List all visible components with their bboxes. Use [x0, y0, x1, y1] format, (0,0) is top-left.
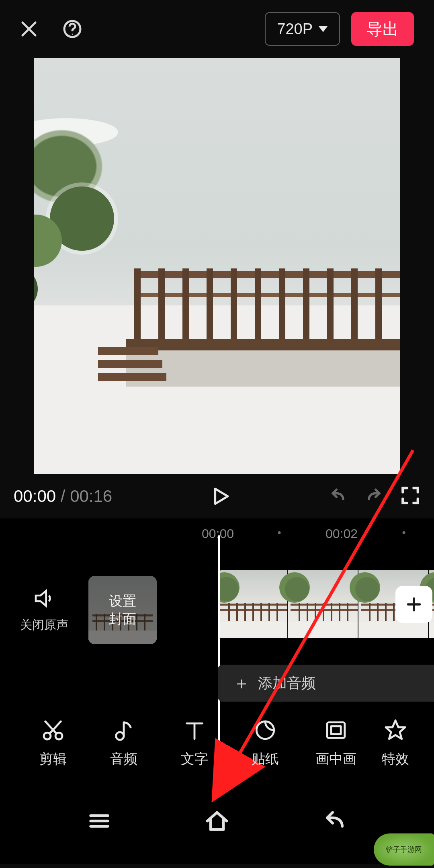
text-icon	[183, 719, 206, 742]
star-icon	[384, 719, 407, 742]
caret-down-icon	[318, 26, 328, 32]
redo-button[interactable]	[364, 487, 384, 506]
playback-time: 00:00 / 00:16	[14, 487, 112, 506]
scissors-icon	[41, 719, 65, 742]
ruler-dot	[403, 531, 405, 534]
nav-menu-button[interactable]	[86, 808, 112, 835]
home-icon	[204, 808, 230, 834]
undo-button[interactable]	[328, 487, 348, 506]
fullscreen-icon	[400, 485, 420, 506]
add-clip-button[interactable]	[395, 586, 432, 623]
timeline-ruler[interactable]: 00:00 00:02	[0, 522, 434, 546]
clip-thumbnail	[288, 570, 358, 638]
resolution-label: 720P	[277, 20, 313, 38]
sticker-icon	[254, 719, 277, 742]
mute-original-audio-button[interactable]: 关闭原声	[0, 587, 88, 633]
watermark: 铲子手游网	[374, 833, 434, 866]
svg-point-13	[116, 732, 124, 740]
speaker-icon	[33, 587, 55, 610]
play-icon	[210, 486, 230, 506]
help-icon	[63, 19, 82, 39]
svg-marker-19	[386, 721, 405, 739]
mute-label: 关闭原声	[20, 617, 68, 633]
tool-label: 剪辑	[39, 750, 67, 768]
svg-point-3	[72, 34, 73, 35]
close-icon	[19, 19, 39, 39]
undo-icon	[328, 487, 348, 504]
tool-label: 音频	[110, 750, 137, 768]
export-button[interactable]: 导出	[351, 12, 414, 46]
menu-icon	[86, 808, 112, 834]
current-time: 00:00	[14, 487, 56, 506]
svg-rect-17	[327, 723, 345, 738]
plus-icon	[405, 596, 423, 613]
cover-label-2: 封面	[109, 611, 136, 627]
cover-label-1: 设置	[109, 593, 136, 609]
add-audio-track[interactable]: ＋ 添加音频	[218, 665, 434, 702]
tool-sticker[interactable]: 贴纸	[230, 719, 301, 768]
tool-audio[interactable]: 音频	[88, 719, 159, 768]
svg-rect-18	[331, 726, 341, 734]
video-preview[interactable]	[34, 58, 400, 474]
nav-back-button[interactable]	[322, 808, 348, 835]
bottom-toolbar: 剪辑 音频 文字 贴纸 画中画 特效	[0, 703, 434, 784]
close-button[interactable]	[17, 17, 41, 41]
music-note-icon	[112, 719, 135, 742]
nav-home-button[interactable]	[204, 808, 230, 835]
export-label: 导出	[366, 18, 399, 40]
ruler-tick-1: 00:02	[326, 526, 358, 541]
help-button[interactable]	[60, 17, 84, 41]
add-audio-label: 添加音频	[258, 674, 316, 693]
tool-effect[interactable]: 特效	[371, 719, 420, 768]
tool-text[interactable]: 文字	[159, 719, 230, 768]
redo-icon	[364, 487, 384, 504]
pip-icon	[324, 719, 348, 742]
resolution-selector[interactable]: 720P	[265, 12, 340, 46]
duration: 00:16	[70, 487, 112, 506]
tool-edit[interactable]: 剪辑	[18, 719, 88, 768]
tool-label: 画中画	[315, 750, 356, 768]
play-button[interactable]	[209, 485, 231, 508]
fullscreen-button[interactable]	[400, 485, 420, 507]
back-icon	[322, 808, 348, 834]
tool-pip[interactable]: 画中画	[301, 719, 371, 768]
preview-scene-fence	[134, 271, 400, 339]
svg-marker-4	[215, 489, 227, 504]
clip-thumbnail	[218, 570, 288, 638]
system-nav-bar	[0, 792, 434, 868]
tool-label: 文字	[181, 750, 208, 768]
tool-label: 贴纸	[252, 750, 279, 768]
plus-icon: ＋	[233, 675, 250, 692]
ruler-dot	[278, 531, 281, 534]
tool-label: 特效	[382, 750, 409, 768]
set-cover-button[interactable]: 设置 封面	[88, 576, 157, 644]
